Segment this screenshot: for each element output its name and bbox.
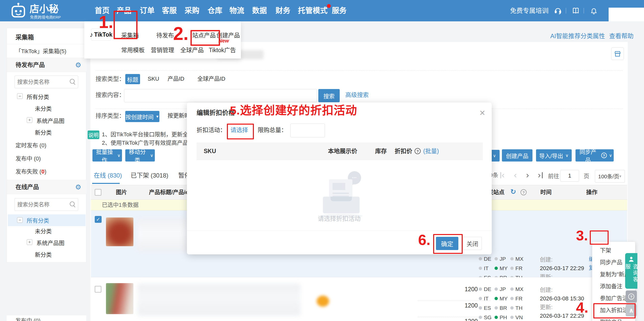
sidebar-item-publishing[interactable]: 发布中 (0) xyxy=(16,156,41,162)
help-icon[interactable]: ? xyxy=(415,148,421,154)
move-category-button[interactable]: 移动分类∨ xyxy=(125,149,155,162)
tree-item-uncategorized[interactable]: 未分类 xyxy=(35,229,52,234)
avatar-placeholder[interactable] xyxy=(609,8,644,21)
nav-item-order[interactable]: 订单 xyxy=(140,0,155,21)
choose-activity-link[interactable]: 请选择 xyxy=(230,127,248,133)
site-status-dot xyxy=(479,306,482,310)
menu-item-collect-box[interactable]: 采集箱 xyxy=(121,33,139,38)
menu-item-site-products[interactable]: 站点产品 xyxy=(192,33,216,38)
nav-item-managed-mode[interactable]: 托管模式 xyxy=(298,0,327,21)
screen: 店小秘 免费跨境电商ERP 首页 产品 订单 客服 采购 仓库 物流 数据 财务… xyxy=(0,0,644,321)
menu-item-to-publish[interactable]: 待发布 xyxy=(156,33,174,38)
menu-item-delete-product[interactable]: 删除产品 xyxy=(592,316,635,321)
next-page-icon[interactable]: › xyxy=(526,170,529,179)
training-link[interactable]: 免费专属培训 xyxy=(510,0,548,21)
tab-offline[interactable]: 已下架 (3018) xyxy=(131,172,168,179)
first-page-icon[interactable]: ‹ xyxy=(502,170,504,179)
create-product-button[interactable]: 创建产品 xyxy=(502,149,532,162)
search-type-sku[interactable]: SKU xyxy=(148,76,159,82)
headset-icon[interactable] xyxy=(554,7,562,16)
modal-col-batch-link[interactable]: (批量) xyxy=(423,148,439,154)
sidebar-item-tiktok-box[interactable]: 「TikTok」采集箱(5) xyxy=(16,49,66,54)
sidebar-item-timed-publish[interactable]: 定时发布 (0) xyxy=(16,143,46,148)
site-status-dot xyxy=(495,267,498,270)
product-image[interactable] xyxy=(106,283,133,314)
failed-count: 0 xyxy=(41,168,44,175)
tree-item-all-selected[interactable]: 所有分类 xyxy=(27,218,49,224)
view-help-link[interactable]: 查看帮助 xyxy=(609,33,634,39)
page-number-input[interactable] xyxy=(560,170,579,182)
collapse-icon[interactable]: − xyxy=(17,217,23,223)
category-search-input[interactable] xyxy=(17,77,66,87)
search-icon[interactable] xyxy=(70,201,75,206)
nav-item-cs[interactable]: 客服 xyxy=(162,0,177,21)
back-to-top-button[interactable]: ∧ xyxy=(626,304,637,316)
expand-icon[interactable]: + xyxy=(27,117,32,123)
nav-item-warehouse[interactable]: 仓库 xyxy=(208,0,222,21)
tree-item-new-category[interactable]: 新分类 xyxy=(35,130,52,136)
row-checkbox[interactable] xyxy=(95,286,101,293)
last-page-icon[interactable]: › xyxy=(538,170,541,179)
select-all-checkbox[interactable] xyxy=(95,189,101,196)
tree-item-system-images[interactable]: 系统产品图 xyxy=(36,118,64,124)
store-switch-button[interactable] xyxy=(611,47,624,60)
sidebar-item-publish-failed[interactable]: 发布失败 (0) xyxy=(16,169,46,174)
partial-sidebar-item[interactable]: 发布中 (0) xyxy=(15,318,40,321)
tree-selected-row[interactable]: − 所有分类 xyxy=(8,214,86,226)
sort-by-created-chip[interactable]: 按创建时间 ▼ xyxy=(125,111,159,122)
pending-products-title: 待发布产品 xyxy=(16,62,45,68)
consult-service-tab[interactable]: 咨询客服 xyxy=(625,253,637,289)
menu-item-marketing[interactable]: 营销管理 xyxy=(151,47,174,53)
advanced-search-link[interactable]: 高级搜索 xyxy=(345,92,369,98)
nav-item-data[interactable]: 数据 xyxy=(252,0,267,21)
sync-products-button[interactable]: 同步产品?∨ xyxy=(576,149,614,162)
menu-item-global-products[interactable]: 全球产品 xyxy=(180,47,204,53)
gear-icon[interactable]: ⚙ xyxy=(74,184,83,191)
nav-item-product[interactable]: 产品 xyxy=(117,0,131,21)
chevron-down-icon: ∨ xyxy=(565,153,568,158)
help-float-button[interactable]: ? xyxy=(626,290,637,303)
tree-item-all[interactable]: 所有分类 xyxy=(27,94,49,100)
tree-item-uncategorized[interactable]: 未分类 xyxy=(35,106,52,112)
menu-item-tiktok-ads[interactable]: Tiktok广告 xyxy=(209,47,236,53)
last-page-icon[interactable] xyxy=(542,172,543,178)
search-content-input[interactable] xyxy=(124,89,317,102)
row-checkbox-checked[interactable]: ✓ xyxy=(95,216,102,223)
nav-item-logistics[interactable]: 物流 xyxy=(229,0,244,21)
search-type-global-id[interactable]: 全球产品ID xyxy=(197,76,225,82)
menu-item-templates[interactable]: 常用模板 xyxy=(121,47,145,53)
bulk-actions-button[interactable]: 批量操作∨ xyxy=(92,149,122,162)
refresh-icon[interactable]: ↻ xyxy=(510,188,516,195)
purchase-limit-input[interactable] xyxy=(290,124,325,137)
category-search-input[interactable] xyxy=(17,199,66,210)
search-type-title-chip[interactable]: 标题 xyxy=(125,74,140,84)
ai-category-link[interactable]: AI智能推荐分类属性 xyxy=(550,33,605,39)
expand-icon[interactable]: + xyxy=(27,239,32,245)
nav-item-finance[interactable]: 财务 xyxy=(276,0,290,21)
dianxiaomi-logo-icon[interactable] xyxy=(10,3,26,20)
tree-item-system-images[interactable]: 系统产品图 xyxy=(36,240,64,246)
handbook-icon[interactable] xyxy=(572,7,580,16)
nav-item-purchase[interactable]: 采购 xyxy=(185,0,199,21)
search-type-product-id[interactable]: 产品ID xyxy=(168,76,184,82)
logo-title[interactable]: 店小秘 xyxy=(30,4,59,14)
tree-item-new-category[interactable]: 新分类 xyxy=(35,252,52,258)
close-icon[interactable]: ✕ xyxy=(479,109,485,117)
confirm-button[interactable]: 确定 xyxy=(436,237,458,250)
search-button[interactable]: 搜索 xyxy=(318,89,340,102)
menu-item-create-product[interactable]: 创建产品 xyxy=(216,33,240,38)
collapse-icon[interactable]: − xyxy=(17,93,23,99)
prev-page-icon[interactable]: ‹ xyxy=(514,170,517,179)
gear-icon[interactable]: ⚙ xyxy=(74,62,83,69)
bell-icon[interactable] xyxy=(590,7,597,15)
help-icon[interactable]: ? xyxy=(520,189,527,195)
page-size-select[interactable]: 100条/页 ▼ xyxy=(595,170,625,183)
chevron-down-icon: ∨ xyxy=(493,154,496,158)
tab-online[interactable]: 在线 (830) xyxy=(94,172,122,179)
nav-item-services[interactable]: 服务 xyxy=(332,0,347,21)
close-button[interactable]: 关闭 xyxy=(463,237,482,250)
import-export-button[interactable]: 导入/导出∨ xyxy=(536,149,572,162)
first-page-icon[interactable] xyxy=(500,172,501,178)
product-image[interactable] xyxy=(106,217,133,246)
search-icon[interactable] xyxy=(70,79,75,84)
